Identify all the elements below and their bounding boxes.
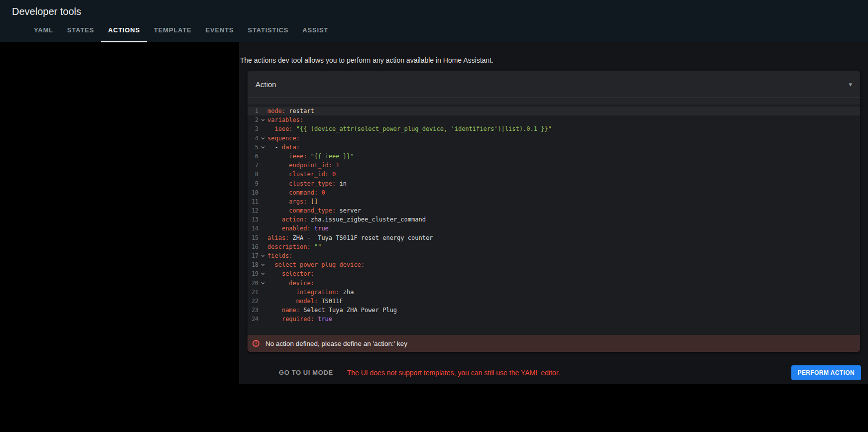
code-text: endpoint_id: 1 <box>267 161 340 170</box>
action-picker-label: Action <box>255 80 276 89</box>
code-lines: 1mode: restart2variables:3 ieee: "{{ (de… <box>248 107 860 324</box>
line-number: 8 <box>248 170 258 179</box>
code-line: 24 required: true <box>248 315 860 324</box>
code-text: command: 0 <box>267 188 325 197</box>
line-number: 5 <box>248 143 258 152</box>
error-message: No action defined, please define an 'act… <box>265 340 407 347</box>
perform-action-button[interactable]: PERFORM ACTION <box>791 365 862 380</box>
line-number: 3 <box>248 124 258 133</box>
code-text: variables: <box>267 115 303 124</box>
code-line: 13 action: zha.issue_zigbee_cluster_comm… <box>248 215 860 224</box>
action-picker[interactable]: Action ▾ <box>248 71 860 98</box>
code-line: 15alias: ZHA - Tuya TS011F reset energy … <box>248 233 860 242</box>
chevron-down-icon[interactable]: ▾ <box>849 81 852 88</box>
fold-chevron-icon[interactable] <box>258 262 267 267</box>
code-line: 2variables: <box>248 115 860 124</box>
line-number: 13 <box>248 215 258 224</box>
yaml-editor[interactable]: 1mode: restart2variables:3 ieee: "{{ (de… <box>248 105 860 335</box>
code-line: 18 select_power_plug_device: <box>248 260 860 269</box>
code-text: model: TS011F <box>267 297 343 306</box>
line-number: 22 <box>248 297 258 306</box>
code-text: ieee: "{{ ieee }}" <box>267 152 354 161</box>
line-number: 6 <box>248 152 258 161</box>
code-text: description: "" <box>267 242 321 251</box>
code-line: 7 endpoint_id: 1 <box>248 161 860 170</box>
line-number: 21 <box>248 288 258 297</box>
code-line: 6 ieee: "{{ ieee }}" <box>248 152 860 161</box>
code-line: 4sequence: <box>248 134 860 143</box>
fold-chevron-icon[interactable] <box>258 281 267 286</box>
code-text: select_power_plug_device: <box>267 260 365 269</box>
code-text: - data: <box>267 143 300 152</box>
code-line: 9 cluster_type: in <box>248 179 860 188</box>
tab-yaml[interactable]: YAML <box>27 18 60 42</box>
line-number: 10 <box>248 188 258 197</box>
tab-states[interactable]: STATES <box>60 18 101 42</box>
fold-chevron-icon[interactable] <box>258 117 267 122</box>
line-number: 17 <box>248 251 258 260</box>
line-number: 19 <box>248 269 258 278</box>
tab-actions[interactable]: ACTIONS <box>101 18 147 42</box>
fold-chevron-icon[interactable] <box>258 136 267 141</box>
tab-statistics[interactable]: STATISTICS <box>241 18 295 42</box>
line-number: 16 <box>248 242 258 251</box>
code-text: integration: zha <box>267 288 354 297</box>
code-text: args: [] <box>267 197 318 206</box>
code-text: action: zha.issue_zigbee_cluster_command <box>267 215 426 224</box>
go-to-ui-mode-button[interactable]: GO TO UI MODE <box>279 369 333 376</box>
code-line: 12 command_type: server <box>248 206 860 215</box>
line-number: 7 <box>248 161 258 170</box>
bottom-bar: GO TO UI MODE The UI does not support te… <box>239 361 868 384</box>
action-card: Action ▾ 1mode: restart2variables:3 ieee… <box>248 71 860 352</box>
line-number: 9 <box>248 179 258 188</box>
code-line: 23 name: Select Tuya ZHA Power Plug <box>248 306 860 315</box>
code-text: selector: <box>267 269 314 278</box>
code-line: 1mode: restart <box>248 107 860 115</box>
error-bar: ! No action defined, please define an 'a… <box>248 335 860 352</box>
code-text: enabled: true <box>267 224 329 233</box>
code-line: 14 enabled: true <box>248 224 860 233</box>
code-text: mode: restart <box>267 107 314 115</box>
alert-circle-icon: ! <box>252 340 259 347</box>
code-text: sequence: <box>267 134 300 143</box>
fold-chevron-icon[interactable] <box>258 145 267 150</box>
line-number: 4 <box>248 134 258 143</box>
code-line: 3 ieee: "{{ (device_attr(select_power_pl… <box>248 124 860 133</box>
code-text: cluster_id: 0 <box>267 170 336 179</box>
intro-text: The actions dev tool allows you to perfo… <box>239 42 868 64</box>
line-number: 2 <box>248 115 258 124</box>
fold-chevron-icon[interactable] <box>258 253 267 258</box>
code-text: command_type: server <box>267 206 361 215</box>
code-line: 22 model: TS011F <box>248 297 860 306</box>
code-line: 11 args: [] <box>248 197 860 206</box>
tab-template[interactable]: TEMPLATE <box>147 18 199 42</box>
line-number: 1 <box>248 107 258 115</box>
code-line: 10 command: 0 <box>248 188 860 197</box>
line-number: 24 <box>248 315 258 324</box>
tab-bar: YAML STATES ACTIONS TEMPLATE EVENTS STAT… <box>27 18 335 42</box>
tab-events[interactable]: EVENTS <box>199 18 241 42</box>
code-line: 8 cluster_id: 0 <box>248 170 860 179</box>
line-number: 14 <box>248 224 258 233</box>
code-line: 17fields: <box>248 251 860 260</box>
code-line: 16description: "" <box>248 242 860 251</box>
line-number: 12 <box>248 206 258 215</box>
line-number: 20 <box>248 279 258 288</box>
code-line: 21 integration: zha <box>248 288 860 297</box>
code-text: name: Select Tuya ZHA Power Plug <box>267 306 397 315</box>
line-number: 15 <box>248 233 258 242</box>
content-area: The actions dev tool allows you to perfo… <box>239 42 868 384</box>
template-warning-text: The UI does not support templates, you c… <box>347 369 560 377</box>
code-text: cluster_type: in <box>267 179 347 188</box>
code-text: required: true <box>267 315 332 324</box>
app-header: Developer tools YAML STATES ACTIONS TEMP… <box>0 0 868 42</box>
tab-assist[interactable]: ASSIST <box>295 18 335 42</box>
line-number: 11 <box>248 197 258 206</box>
line-number: 18 <box>248 260 258 269</box>
code-text: device: <box>267 279 314 288</box>
page-title: Developer tools <box>12 6 81 17</box>
fold-chevron-icon[interactable] <box>258 271 267 276</box>
code-line: 19 selector: <box>248 269 860 278</box>
code-text: fields: <box>267 251 293 260</box>
code-line: 20 device: <box>248 279 860 288</box>
